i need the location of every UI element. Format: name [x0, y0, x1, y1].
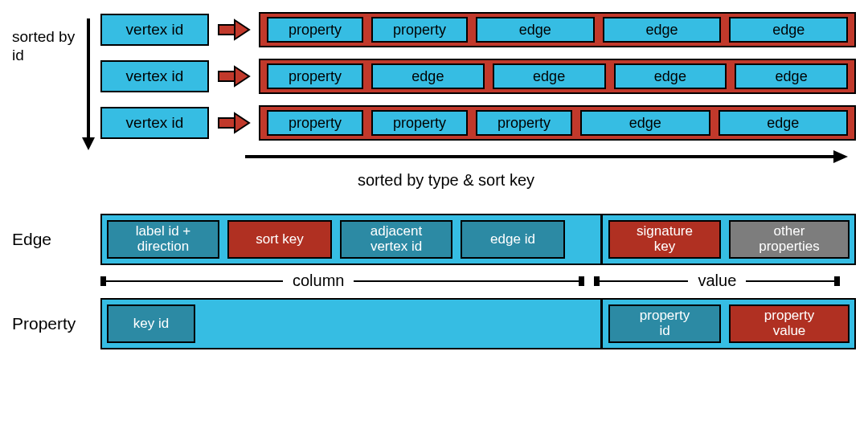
struct-cell: edge id: [461, 220, 565, 259]
property-cell: property: [267, 17, 363, 43]
property-struct-bar: key id propertyidpropertyvalue: [100, 298, 856, 349]
column-value-axis: column value: [100, 272, 856, 290]
axis-line: [354, 280, 579, 282]
struct-cell: otherproperties: [729, 220, 850, 259]
arrow-right-icon: [217, 18, 251, 41]
axis-cap: [594, 276, 600, 286]
svg-rect-6: [219, 118, 235, 128]
property-cell: property: [267, 110, 363, 136]
column-axis-label: column: [283, 272, 354, 290]
struct-cell: propertyvalue: [729, 304, 850, 343]
edge-cell: edge: [371, 63, 485, 89]
column-value-divider: [600, 298, 603, 349]
axis-line: [746, 280, 834, 282]
edge-struct-row: Edge label id +directionsort keyadjacent…: [12, 214, 856, 265]
edge-cell: edge: [493, 63, 606, 89]
svg-marker-9: [833, 150, 848, 163]
property-cell: property: [371, 17, 468, 43]
edge-cell: edge: [729, 17, 848, 43]
vertex-row: vertex id propertypropertyedgeedgeedge: [100, 12, 856, 47]
edge-cell: edge: [719, 110, 849, 136]
property-struct-label: Property: [12, 314, 100, 333]
right-arrow-icon: [100, 149, 848, 166]
axis-cap: [100, 276, 106, 286]
edge-struct-label: Edge: [12, 230, 100, 249]
edge-cell: edge: [735, 63, 848, 89]
down-arrow-icon: [81, 18, 96, 151]
property-struct-row: Property key id propertyidpropertyvalue: [12, 298, 856, 349]
edge-cell: edge: [603, 17, 722, 43]
vertex-id-box: vertex id: [100, 107, 209, 139]
value-axis-label: value: [688, 272, 746, 290]
svg-rect-2: [219, 25, 235, 35]
sorted-by-id-label: sorted by id: [12, 28, 76, 65]
sort-bar: propertypropertypropertyedgeedge: [259, 105, 856, 141]
svg-marker-1: [82, 137, 95, 150]
struct-cell: propertyid: [608, 304, 721, 343]
property-cell: property: [267, 63, 363, 89]
struct-section: Edge label id +directionsort keyadjacent…: [12, 214, 856, 349]
axis-cap: [834, 276, 840, 286]
vertex-row: vertex id propertyedgeedgeedgeedge: [100, 59, 856, 94]
edge-cell: edge: [476, 17, 595, 43]
axis-cap: [579, 276, 584, 286]
column-value-divider: [600, 214, 603, 265]
property-cell: property: [371, 110, 468, 136]
edge-struct-bar: label id +directionsort keyadjacentverte…: [100, 214, 856, 265]
arrow-right-icon: [217, 65, 251, 88]
property-cell: property: [476, 110, 572, 136]
sort-axis-label: sorted by type & sort key: [358, 171, 856, 190]
sort-bar: propertyedgeedgeedgeedge: [259, 59, 856, 94]
axis-line: [106, 280, 283, 282]
axis-line: [600, 280, 688, 282]
struct-cell: sort key: [227, 220, 332, 259]
svg-rect-4: [219, 72, 235, 81]
struct-cell: signaturekey: [608, 220, 721, 259]
edge-cell: edge: [614, 63, 727, 89]
vertex-id-box: vertex id: [100, 60, 209, 92]
vertex-row: vertex id propertypropertypropertyedgeed…: [100, 105, 856, 141]
svg-marker-7: [235, 113, 249, 133]
struct-cell: key id: [107, 304, 195, 343]
vertex-id-box: vertex id: [100, 14, 209, 46]
top-section: sorted by id vertex id propertypropertye…: [12, 12, 856, 190]
struct-cell: adjacentvertex id: [340, 220, 452, 259]
struct-cell: label id +direction: [107, 220, 219, 259]
sort-axis-arrow-row: sorted by type & sort key: [100, 149, 856, 190]
sort-bar: propertypropertyedgeedgeedge: [259, 12, 856, 47]
vertex-rows: vertex id propertypropertyedgeedgeedgeve…: [100, 12, 856, 141]
edge-cell: edge: [580, 110, 710, 136]
svg-marker-3: [235, 20, 249, 39]
arrow-right-icon: [217, 112, 251, 134]
svg-marker-5: [235, 67, 249, 86]
